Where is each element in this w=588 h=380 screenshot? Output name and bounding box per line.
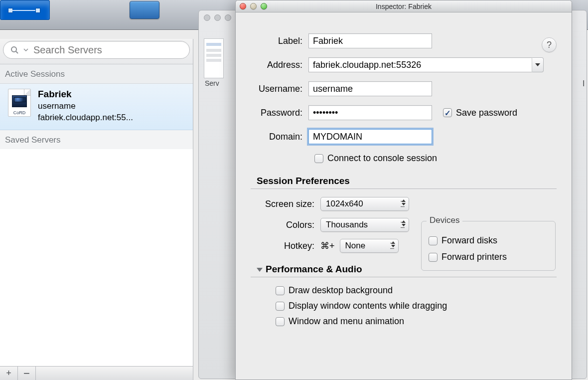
console-checkbox[interactable] bbox=[314, 154, 323, 163]
hotkey-label: Hotkey: bbox=[251, 241, 320, 251]
screen-size-value: 1024x640 bbox=[326, 199, 363, 209]
inspector-body: Label: Address: Username: Password: Save… bbox=[236, 12, 572, 337]
perf-check-0[interactable] bbox=[276, 286, 285, 295]
perf-label-0: Draw desktop background bbox=[289, 285, 393, 296]
bg-traffic-lights bbox=[204, 14, 231, 21]
chevron-down-icon bbox=[535, 63, 540, 66]
window-title: Inspector: Fabriek bbox=[236, 2, 572, 10]
search-field[interactable] bbox=[3, 41, 190, 59]
perf-check-1[interactable] bbox=[276, 302, 285, 311]
server-text: Fabriek username fabriek.cloudapp.net:55… bbox=[38, 89, 187, 124]
hotkey-prefix: ⌘+ bbox=[320, 240, 335, 251]
remove-button[interactable]: − bbox=[18, 367, 36, 380]
password-label: Password: bbox=[251, 108, 308, 118]
divider bbox=[251, 189, 557, 189]
server-username: username bbox=[38, 101, 187, 112]
console-label: Connect to console session bbox=[327, 153, 437, 164]
address-input[interactable] bbox=[308, 57, 532, 72]
label-input[interactable] bbox=[308, 33, 432, 48]
username-input[interactable] bbox=[308, 81, 432, 96]
forward-printers-label: Forward printers bbox=[441, 252, 507, 262]
perf-check-2[interactable] bbox=[276, 317, 285, 326]
address-combo bbox=[308, 57, 544, 72]
devices-group: Devices Forward disks Forward printers bbox=[421, 221, 556, 271]
perf-label-1: Display window contents while dragging bbox=[289, 301, 447, 311]
server-title: Fabriek bbox=[38, 89, 187, 100]
screen-size-popup[interactable]: 1024x640 bbox=[320, 197, 409, 211]
address-label: Address: bbox=[251, 60, 308, 70]
domain-input[interactable] bbox=[308, 129, 432, 144]
help-button[interactable]: ? bbox=[542, 37, 557, 52]
bg-tab-label: Serv bbox=[205, 79, 219, 87]
forward-printers-checkbox[interactable] bbox=[429, 253, 438, 262]
bg-mini-sidebar-icon bbox=[204, 38, 224, 78]
server-item[interactable]: CoRD Fabriek username fabriek.cloudapp.n… bbox=[0, 84, 193, 130]
cord-file-icon: CoRD bbox=[8, 89, 31, 117]
svg-point-0 bbox=[11, 47, 16, 52]
username-label: Username: bbox=[251, 84, 308, 94]
hotkey-popup[interactable]: None bbox=[340, 239, 399, 253]
password-input[interactable] bbox=[308, 105, 432, 120]
session-prefs-heading: Session Preferences bbox=[257, 176, 557, 187]
perf-label-2: Window and menu animation bbox=[289, 316, 404, 327]
save-password-label: Save password bbox=[456, 108, 517, 118]
colors-popup[interactable]: Thousands bbox=[320, 218, 409, 232]
domain-label: Domain: bbox=[251, 132, 308, 142]
add-button[interactable]: + bbox=[0, 367, 18, 380]
zoom-icon[interactable] bbox=[261, 3, 267, 9]
server-address: fabriek.cloudapp.net:55... bbox=[38, 112, 187, 124]
minimize-icon[interactable] bbox=[250, 3, 257, 9]
forward-disks-checkbox[interactable] bbox=[429, 236, 438, 245]
label-label: Label: bbox=[251, 36, 308, 46]
devices-heading: Devices bbox=[427, 215, 462, 225]
hotkey-value: None bbox=[345, 241, 366, 251]
saved-servers-header: Saved Servers bbox=[0, 130, 193, 149]
svg-line-1 bbox=[16, 51, 18, 53]
forward-disks-label: Forward disks bbox=[441, 235, 497, 246]
sidebar: Active Sessions CoRD Fabriek username fa… bbox=[0, 39, 193, 380]
bg-right-char: l bbox=[583, 79, 585, 88]
titlebar[interactable]: Inspector: Fabriek bbox=[236, 0, 572, 12]
save-password-checkbox[interactable] bbox=[443, 108, 452, 117]
chevron-down-icon bbox=[23, 47, 28, 52]
colors-value: Thousands bbox=[326, 220, 368, 230]
search-icon bbox=[10, 46, 18, 54]
active-sessions-header: Active Sessions bbox=[0, 64, 193, 84]
screen-size-label: Screen size: bbox=[251, 199, 320, 209]
close-icon[interactable] bbox=[240, 3, 246, 9]
toolbar-button-1[interactable] bbox=[0, 0, 50, 20]
divider bbox=[251, 277, 557, 277]
icon-tag: CoRD bbox=[8, 110, 30, 115]
disclosure-triangle-icon[interactable] bbox=[257, 268, 263, 272]
search-input[interactable] bbox=[33, 44, 182, 56]
toolbar-button-2[interactable] bbox=[130, 1, 159, 19]
traffic-lights bbox=[240, 3, 267, 9]
address-dropdown-button[interactable] bbox=[532, 57, 544, 72]
search-wrap bbox=[0, 39, 193, 64]
colors-label: Colors: bbox=[251, 220, 320, 230]
inspector-window: Inspector: Fabriek ? Label: Address: Use… bbox=[235, 0, 572, 380]
bottom-toolbar: + − bbox=[0, 366, 193, 380]
